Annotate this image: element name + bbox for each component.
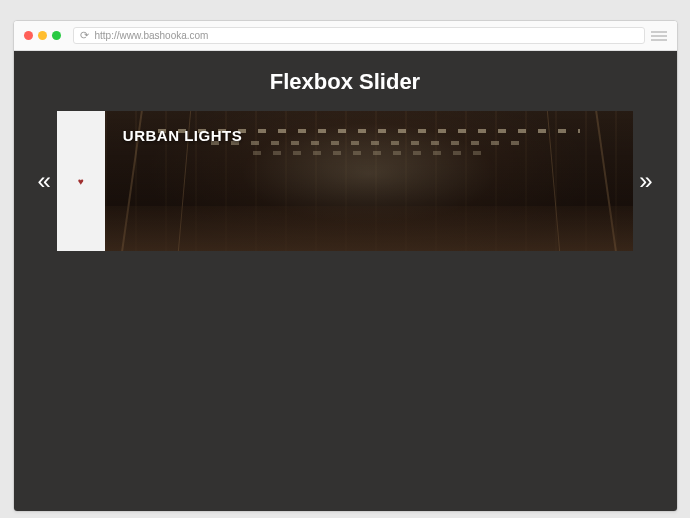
close-window-icon[interactable] (24, 31, 33, 40)
minimize-window-icon[interactable] (38, 31, 47, 40)
refresh-icon[interactable]: ⟳ (80, 30, 89, 41)
maximize-window-icon[interactable] (52, 31, 61, 40)
page-viewport: Flexbox Slider « ♥ (14, 51, 677, 511)
slide-active[interactable]: URBAN LIGHTS (105, 111, 633, 251)
slider-prev-button[interactable]: « (34, 169, 55, 193)
slider: ♥ URBAN LIGHTS (57, 111, 633, 251)
browser-toolbar: ⟳ (14, 21, 677, 51)
address-bar[interactable]: ⟳ (73, 27, 645, 44)
page-title: Flexbox Slider (34, 69, 657, 95)
slider-next-button[interactable]: » (635, 169, 656, 193)
slide-collapsed[interactable]: ♥ (57, 111, 105, 251)
heart-icon: ♥ (78, 176, 84, 187)
slider-wrapper: « ♥ URBAN LIGHTS (34, 111, 657, 251)
url-input[interactable] (95, 30, 638, 41)
slide-title: URBAN LIGHTS (123, 127, 242, 144)
menu-icon[interactable] (651, 30, 667, 42)
window-controls (24, 31, 61, 40)
browser-window: ⟳ Flexbox Slider « ♥ (13, 20, 678, 512)
